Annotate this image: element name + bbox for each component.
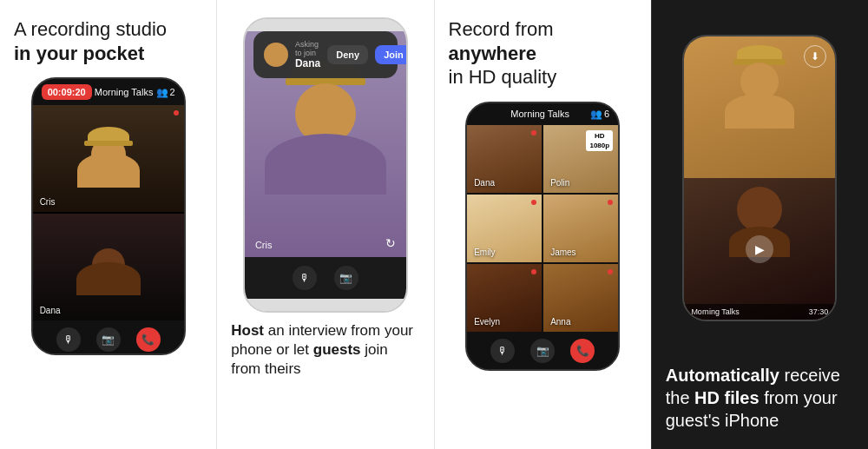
video-cell-dana: Dana bbox=[33, 214, 184, 320]
person-figure bbox=[733, 45, 786, 115]
phone3-controls: 🎙 📷 📞 bbox=[467, 332, 618, 370]
mic-button[interactable]: 🎙 bbox=[56, 327, 81, 352]
recording-indicator-1 bbox=[174, 110, 179, 116]
name-anna: Anna bbox=[550, 317, 570, 327]
person-body bbox=[77, 153, 140, 188]
mic-button-2[interactable]: 🎙 bbox=[293, 266, 317, 290]
people-icon: 👥 bbox=[156, 87, 168, 98]
rec-dot-3 bbox=[608, 200, 613, 205]
phone2-inner: Asking to join Dana Deny Join Cris ↻ 🎙 📷 bbox=[245, 19, 406, 311]
guests-bold: guests bbox=[313, 341, 361, 358]
person-dana-video bbox=[33, 214, 184, 320]
camera-button[interactable]: 📷 bbox=[96, 327, 121, 352]
deny-button[interactable]: Deny bbox=[327, 45, 368, 64]
person-head-2 bbox=[92, 248, 125, 281]
rec-dot-2 bbox=[531, 200, 536, 205]
guest-video-top: ⬇ bbox=[684, 36, 835, 178]
auto-bold: Automatically bbox=[666, 366, 779, 385]
panel1-heading-bold: in your pocket bbox=[14, 43, 144, 64]
cris-label: Cris bbox=[255, 240, 273, 250]
video-grid-6: Dana HD1080p Polin Emily James Evelyn An… bbox=[467, 125, 618, 332]
hd-files-bold: HD files bbox=[694, 388, 759, 407]
panel1-heading: A recording studio in your pocket bbox=[14, 17, 202, 65]
panel2-text: Host an interview from your phone or let… bbox=[231, 321, 419, 379]
rec-dot bbox=[531, 130, 536, 135]
join-button[interactable]: Join bbox=[375, 45, 408, 64]
large-body bbox=[265, 134, 386, 195]
phone-mockup-3: Morning Talks 👥 6 Dana HD1080p Polin Emi… bbox=[465, 102, 620, 371]
video-cell-james: James bbox=[543, 195, 618, 262]
camera-button-3[interactable]: 📷 bbox=[530, 339, 555, 363]
session-duration: 37:30 bbox=[809, 307, 829, 316]
participants-count-1: 👥 2 bbox=[156, 87, 175, 98]
video-cell-dana-3: Dana bbox=[467, 125, 542, 193]
session-bar-title: Morning Talks bbox=[691, 307, 739, 316]
panel3-heading-normal: Record from bbox=[449, 18, 554, 40]
person-head bbox=[91, 137, 126, 172]
name-cris: Cris bbox=[40, 197, 56, 207]
rec-dot-4 bbox=[531, 269, 536, 274]
panel3-hd-text: in HD quality bbox=[449, 66, 557, 88]
guest-name: Dana bbox=[295, 57, 320, 69]
asking-to-join-bar: Asking to join Dana Deny Join bbox=[253, 31, 398, 78]
session-title-3: Morning Talks bbox=[510, 109, 569, 119]
panel1-heading-normal: A recording studio bbox=[14, 18, 167, 40]
panel3-heading: Record from anywhere in HD quality bbox=[449, 17, 637, 89]
record-timer: 00:09:20 bbox=[42, 84, 92, 100]
hd-badge: HD1080p bbox=[586, 130, 613, 151]
phone1-header: 00:09:20 Morning Talks 👥 2 bbox=[33, 79, 184, 105]
camera-button-2[interactable]: 📷 bbox=[334, 266, 358, 290]
guest-video-bottom: ▶ Morning Talks 37:30 bbox=[684, 178, 835, 320]
panel-auto-hd: ⬇ ▶ Morning Talks 37:30 Automatically re… bbox=[651, 0, 868, 449]
name-james: James bbox=[550, 248, 575, 257]
phone-mockup-4: ⬇ ▶ Morning Talks 37:30 bbox=[682, 35, 837, 321]
name-emily: Emily bbox=[474, 248, 495, 257]
panel4-heading: Automatically receive the HD files from … bbox=[666, 364, 854, 432]
panel3-anywhere: anywhere bbox=[449, 43, 537, 64]
rotate-icon[interactable]: ↻ bbox=[385, 236, 396, 250]
end-call-button[interactable]: 📞 bbox=[136, 327, 161, 352]
name-polin: Polin bbox=[550, 178, 569, 188]
video-cell-emily: Emily bbox=[467, 195, 542, 262]
phone-mockup-1: 00:09:20 Morning Talks 👥 2 Cris bbox=[31, 77, 186, 355]
asking-label: Asking to join bbox=[295, 40, 320, 57]
play-button[interactable]: ▶ bbox=[746, 235, 773, 263]
mic-button-3[interactable]: 🎙 bbox=[490, 339, 515, 363]
video-cell-polin: HD1080p Polin bbox=[543, 125, 618, 193]
phone1-controls: 🎙 📷 📞 bbox=[33, 320, 184, 355]
rec-dot-5 bbox=[608, 269, 613, 274]
person-body-2 bbox=[76, 262, 141, 295]
hat bbox=[88, 127, 129, 146]
panel-hd-quality: Record from anywhere in HD quality Morni… bbox=[434, 0, 651, 449]
panel-host-interview: Asking to join Dana Deny Join Cris ↻ 🎙 📷 bbox=[216, 0, 433, 449]
name-dana-3: Dana bbox=[474, 178, 495, 188]
video-grid-2: Cris Dana bbox=[33, 105, 184, 320]
phone3-header: Morning Talks 👥 6 bbox=[467, 103, 618, 125]
video-cell-evelyn: Evelyn bbox=[467, 264, 542, 332]
phone-mockup-2: Asking to join Dana Deny Join Cris ↻ 🎙 📷 bbox=[243, 17, 408, 313]
video-cell-anna: Anna bbox=[543, 264, 618, 332]
name-dana: Dana bbox=[40, 306, 61, 315]
phone2-controls: 🎙 📷 bbox=[245, 257, 406, 299]
video-cell-cris: Cris bbox=[33, 105, 184, 212]
people-icon-3: 👥 bbox=[590, 109, 602, 120]
panel-recording-studio: A recording studio in your pocket 00:09:… bbox=[0, 0, 216, 449]
session-info-bar: Morning Talks 37:30 bbox=[684, 304, 835, 320]
guest-avatar bbox=[264, 43, 288, 67]
shoulders bbox=[725, 94, 794, 129]
person-cris-video bbox=[33, 105, 184, 212]
name-evelyn: Evelyn bbox=[474, 317, 500, 327]
host-bold: Host bbox=[231, 322, 264, 339]
session-title-1: Morning Talks bbox=[95, 87, 154, 97]
head-2 bbox=[737, 187, 782, 232]
end-call-button-3[interactable]: 📞 bbox=[570, 339, 595, 363]
participants-count-3: 👥 6 bbox=[590, 109, 609, 120]
